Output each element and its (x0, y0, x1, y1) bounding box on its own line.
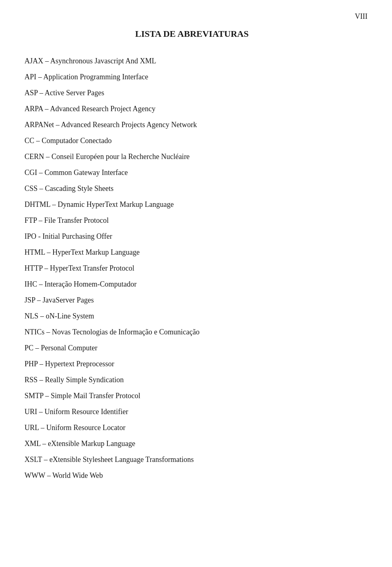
list-item-ipo: IPO - Initial Purchasing Offer (24, 231, 359, 242)
list-item-cgi: CGI – Common Gateway Interface (24, 167, 359, 178)
list-item-url: URL – Uniform Resource Locator (24, 422, 359, 433)
list-item-jsp: JSP – JavaServer Pages (24, 295, 359, 306)
list-item-pc: PC – Personal Computer (24, 343, 359, 354)
list-item-rss: RSS – Really Simple Syndication (24, 374, 359, 385)
list-item-cern: CERN – Conseil Européen pour la Recherch… (24, 151, 359, 162)
list-item-api: API – Application Programming Interface (24, 72, 359, 83)
list-item-css: CSS – Cascading Style Sheets (24, 183, 359, 194)
list-item-http: HTTP – HyperText Transfer Protocol (24, 263, 359, 274)
page-number: VIII (355, 12, 368, 21)
list-item-php: PHP – Hypertext Preprocessor (24, 359, 359, 370)
list-item-ajax: AJAX – Asynchronous Javascript And XML (24, 56, 359, 67)
list-item-xslt: XSLT – eXtensible Stylesheet Language Tr… (24, 454, 359, 465)
list-item-ftp: FTP – File Transfer Protocol (24, 215, 359, 226)
abbreviation-list: AJAX – Asynchronous Javascript And XMLAP… (24, 56, 359, 481)
list-item-smtp: SMTP – Simple Mail Transfer Protocol (24, 390, 359, 401)
list-item-arpa: ARPA – Advanced Research Project Agency (24, 103, 359, 114)
list-item-xml: XML – eXtensible Markup Language (24, 438, 359, 449)
list-item-ntics: NTICs – Novas Tecnologias de Informação … (24, 327, 359, 338)
page-title: LISTA DE ABREVIATURAS (24, 29, 359, 39)
page-container: VIII LISTA DE ABREVIATURAS AJAX – Asynch… (0, 0, 392, 519)
list-item-uri: URI – Uniform Resource Identifier (24, 406, 359, 417)
list-item-www: WWW – World Wide Web (24, 470, 359, 481)
list-item-asp: ASP – Active Server Pages (24, 87, 359, 99)
list-item-ihc: IHC – Interação Homem-Computador (24, 279, 359, 290)
list-item-arpanet: ARPANet – Advanced Research Projects Age… (24, 119, 359, 130)
list-item-cc: CC – Computador Conectado (24, 135, 359, 146)
list-item-nls: NLS – oN-Line System (24, 311, 359, 322)
list-item-html: HTML – HyperText Markup Language (24, 247, 359, 258)
list-item-dhtml: DHTML – Dynamic HyperText Markup Languag… (24, 199, 359, 210)
